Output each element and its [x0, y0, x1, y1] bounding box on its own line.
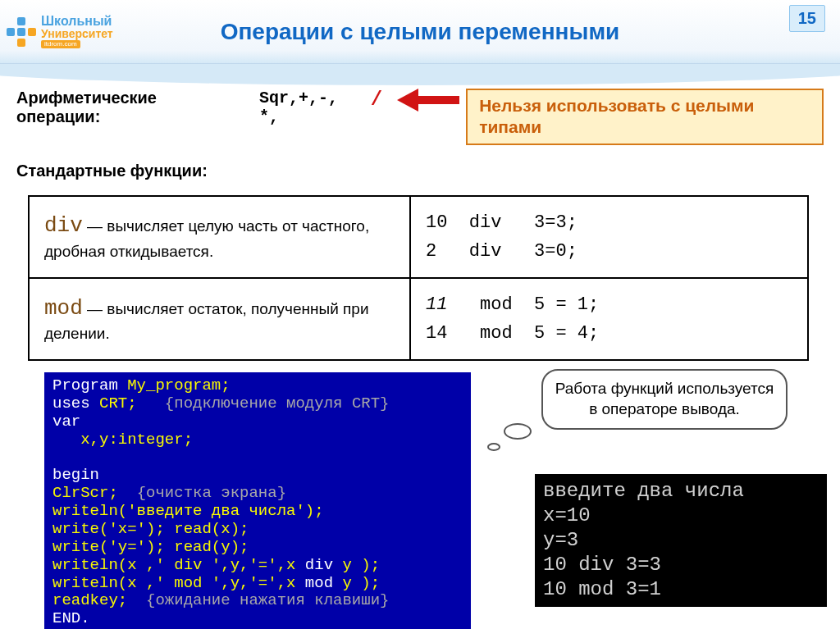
- arrow-icon: [397, 89, 459, 112]
- arith-label: Арифметические операции:: [16, 89, 238, 126]
- mod-description: mod — вычисляет остаток, полученный при …: [29, 278, 410, 360]
- forbidden-op: /: [371, 89, 382, 111]
- mod-examples: 11 mod 5 = 1; 14 mod 5 = 4;: [410, 278, 808, 360]
- lower-area: Program My_program; uses CRT; {подключен…: [16, 372, 824, 618]
- ops-table: div — вычисляет целую часть от частного,…: [28, 195, 809, 362]
- std-functions-label: Стандартные функции:: [16, 162, 824, 180]
- table-row: div — вычисляет целую часть от частного,…: [29, 196, 808, 278]
- bubble-tail-icon: [504, 423, 532, 440]
- console-output: введите два числа x=10 y=3 10 div 3=3 10…: [535, 474, 827, 607]
- page-title: Операции с целыми переменными: [0, 19, 840, 45]
- page-number: 15: [789, 5, 825, 32]
- callout-warning: Нельзя использовать с целыми типами: [466, 89, 824, 145]
- div-keyword: div: [44, 213, 83, 238]
- arith-ops: Sqr,+,-, *,: [259, 89, 364, 126]
- bubble-note: Работа функций используется в операторе …: [541, 369, 788, 429]
- arith-line: Арифметические операции: Sqr,+,-, *, / Н…: [16, 89, 824, 145]
- code-editor: Program My_program; uses CRT; {подключен…: [44, 372, 471, 629]
- div-examples: 10 div 3=3; 2 div 3=0;: [410, 196, 808, 278]
- div-description: div — вычисляет целую часть от частного,…: [29, 196, 410, 278]
- slide-header: Школьный Университет itdrom.com Операции…: [0, 0, 840, 64]
- content: Арифметические операции: Sqr,+,-, *, / Н…: [0, 64, 840, 627]
- mod-keyword: mod: [44, 296, 83, 321]
- table-row: mod — вычисляет остаток, полученный при …: [29, 278, 808, 360]
- bubble-tail-icon: [487, 443, 500, 451]
